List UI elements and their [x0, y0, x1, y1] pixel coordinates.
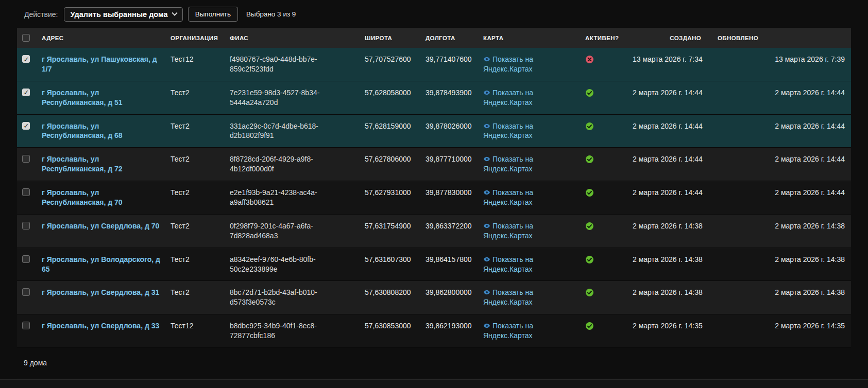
- active-yes-icon: [585, 255, 622, 264]
- map-cell: Показать на Яндекс.Картах: [478, 114, 580, 148]
- created-cell: 2 марта 2026 г. 14:38: [627, 214, 712, 248]
- active-yes-icon: [585, 322, 622, 330]
- map-cell: Показать на Яндекс.Картах: [478, 214, 580, 248]
- eye-icon: [483, 222, 490, 230]
- map-link-label: Показать на Яндекс.Картах: [483, 55, 533, 73]
- latitude-cell: 57,631754900: [360, 214, 420, 248]
- select-all-checkbox[interactable]: [22, 34, 30, 42]
- map-link-label: Показать на Яндекс.Картах: [483, 222, 533, 240]
- yandex-map-link[interactable]: Показать на Яндекс.Картах: [483, 255, 533, 273]
- address-link[interactable]: г Ярославль, ул Свердлова, д 33: [42, 322, 159, 330]
- organization-cell: Тест2: [165, 148, 225, 181]
- latitude-cell: 57,707527600: [360, 48, 420, 81]
- yandex-map-link[interactable]: Показать на Яндекс.Картах: [483, 55, 533, 73]
- row-select-cell: [17, 81, 37, 114]
- organization-cell: Тест12: [165, 314, 225, 348]
- address-link[interactable]: г Ярославль, ул Республиканская, д 51: [42, 89, 123, 107]
- action-select-value: Удалить выбранные дома: [70, 10, 167, 19]
- row-checkbox[interactable]: [22, 188, 30, 196]
- fias-cell: f4980767-c9a0-448d-bb7e-859c2f523fdd: [225, 48, 360, 81]
- created-cell: 2 марта 2026 г. 14:38: [627, 281, 712, 314]
- updated-cell: 2 марта 2026 г. 14:44: [712, 114, 851, 148]
- updated-cell: 13 марта 2026 г. 7:39: [712, 48, 851, 81]
- active-cell: [580, 181, 627, 215]
- map-cell: Показать на Яндекс.Картах: [478, 81, 580, 114]
- yandex-map-link[interactable]: Показать на Яндекс.Картах: [483, 322, 533, 340]
- table-row: г Ярославль, ул Свердлова, д 31 Тест2 8b…: [17, 281, 851, 314]
- latitude-cell: 57,630808200: [360, 281, 420, 314]
- address-cell: г Ярославль, ул Республиканская, д 51: [37, 81, 165, 114]
- houses-table: АДРЕС ОРГАНИЗАЦИЯ ФИАС ШИРОТА ДОЛГОТА КА…: [17, 28, 851, 348]
- row-checkbox[interactable]: [22, 255, 30, 263]
- active-yes-icon: [585, 155, 622, 164]
- column-header-latitude: ШИРОТА: [360, 28, 420, 48]
- table-row: г Ярославль, ул Республиканская, д 51 Те…: [17, 81, 851, 114]
- address-link[interactable]: г Ярославль, ул Республиканская, д 70: [42, 188, 123, 206]
- created-cell: 2 марта 2026 г. 14:44: [627, 81, 712, 114]
- row-checkbox[interactable]: [22, 55, 30, 63]
- row-select-cell: [17, 281, 37, 314]
- paginator-count: 9 дома: [17, 348, 851, 379]
- address-link[interactable]: г Ярославль, ул Пашуковская, д 1/7: [42, 55, 157, 73]
- chevron-down-icon: [172, 10, 177, 15]
- latitude-cell: 57,627806000: [360, 148, 420, 181]
- address-cell: г Ярославль, ул Володарского, д 65: [37, 248, 165, 281]
- created-cell: 2 марта 2026 г. 14:38: [627, 248, 712, 281]
- row-checkbox[interactable]: [22, 155, 30, 163]
- active-cell: [580, 114, 627, 148]
- active-cell: [580, 248, 627, 281]
- organization-cell: Тест2: [165, 81, 225, 114]
- page-footer: [0, 379, 868, 388]
- longitude-cell: 39,878026000: [420, 114, 478, 148]
- row-checkbox[interactable]: [22, 222, 30, 230]
- row-checkbox[interactable]: [22, 89, 30, 96]
- action-select[interactable]: Удалить выбранные дома: [64, 7, 182, 22]
- table-row: г Ярославль, ул Свердлова, д 33 Тест12 b…: [17, 314, 851, 348]
- active-cell: [580, 48, 627, 81]
- organization-cell: Тест2: [165, 248, 225, 281]
- updated-cell: 2 марта 2026 г. 14:38: [712, 281, 851, 314]
- created-cell: 13 марта 2026 г. 7:34: [627, 48, 712, 81]
- address-link[interactable]: г Ярославль, ул Республиканская, д 72: [42, 155, 123, 173]
- yandex-map-link[interactable]: Показать на Яндекс.Картах: [483, 222, 533, 240]
- longitude-cell: 39,878493900: [420, 81, 478, 114]
- active-cell: [580, 81, 627, 114]
- address-link[interactable]: г Ярославль, ул Свердлова, д 70: [42, 222, 159, 230]
- active-cell: [580, 281, 627, 314]
- action-label: Действие:: [24, 10, 58, 19]
- fias-cell: a8342eef-9760-4e6b-80fb-50c2e233899e: [225, 248, 360, 281]
- changelist-content: Действие: Удалить выбранные дома Выполни…: [0, 0, 868, 379]
- address-link[interactable]: г Ярославль, ул Свердлова, д 31: [42, 288, 159, 296]
- map-link-label: Показать на Яндекс.Картах: [483, 322, 533, 340]
- table-header-row: АДРЕС ОРГАНИЗАЦИЯ ФИАС ШИРОТА ДОЛГОТА КА…: [17, 28, 851, 48]
- row-checkbox[interactable]: [22, 288, 30, 296]
- map-cell: Показать на Яндекс.Картах: [478, 314, 580, 348]
- yandex-map-link[interactable]: Показать на Яндекс.Картах: [483, 122, 533, 140]
- selection-status: Выбрано 3 из 9: [246, 10, 296, 18]
- yandex-map-link[interactable]: Показать на Яндекс.Картах: [483, 89, 533, 107]
- updated-cell: 2 марта 2026 г. 14:44: [712, 181, 851, 215]
- longitude-cell: 39,863372200: [420, 214, 478, 248]
- column-header-created: СОЗДАНО: [627, 28, 712, 48]
- eye-icon: [483, 89, 490, 96]
- yandex-map-link[interactable]: Показать на Яндекс.Картах: [483, 188, 533, 206]
- longitude-cell: 39,862800000: [420, 281, 478, 314]
- table-body: г Ярославль, ул Пашуковская, д 1/7 Тест1…: [17, 48, 851, 348]
- run-action-button[interactable]: Выполнить: [188, 7, 238, 22]
- address-link[interactable]: г Ярославль, ул Республиканская, д 68: [42, 122, 123, 140]
- address-cell: г Ярославль, ул Свердлова, д 33: [37, 314, 165, 348]
- longitude-cell: 39,864157800: [420, 248, 478, 281]
- row-checkbox[interactable]: [22, 122, 30, 130]
- table-row: г Ярославль, ул Свердлова, д 70 Тест2 0f…: [17, 214, 851, 248]
- row-checkbox[interactable]: [22, 322, 30, 329]
- address-cell: г Ярославль, ул Республиканская, д 70: [37, 181, 165, 215]
- table-row: г Ярославль, ул Республиканская, д 70 Те…: [17, 181, 851, 215]
- yandex-map-link[interactable]: Показать на Яндекс.Картах: [483, 288, 533, 306]
- yandex-map-link[interactable]: Показать на Яндекс.Картах: [483, 155, 533, 173]
- row-select-cell: [17, 214, 37, 248]
- active-no-icon: [585, 55, 622, 64]
- eye-icon: [483, 322, 490, 329]
- updated-cell: 2 марта 2026 г. 14:38: [712, 214, 851, 248]
- created-cell: 2 марта 2026 г. 14:44: [627, 114, 712, 148]
- address-link[interactable]: г Ярославль, ул Володарского, д 65: [42, 255, 160, 273]
